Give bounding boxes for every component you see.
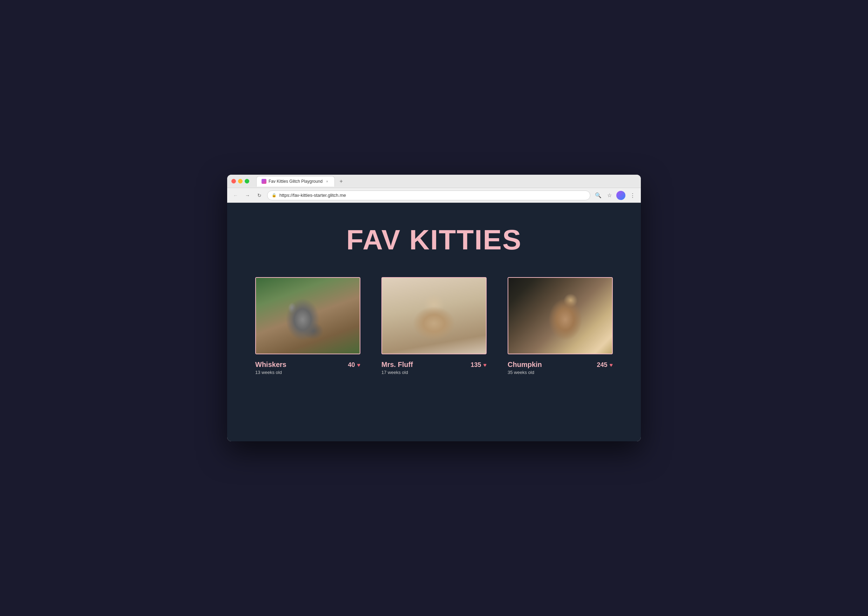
svg-point-6 — [310, 287, 356, 318]
svg-point-8 — [259, 344, 357, 354]
title-bar: Fav Kitties Glitch Playground × + — [227, 175, 641, 188]
svg-point-68 — [550, 319, 572, 332]
kitty-image-chumpkin — [508, 277, 613, 354]
chumpkin-vote-count: 245 — [597, 361, 607, 369]
menu-button[interactable]: ⋮ — [628, 191, 637, 200]
fluff-votes[interactable]: 135 ♥ — [470, 361, 487, 369]
svg-rect-50 — [580, 297, 611, 302]
menu-icon: ⋮ — [630, 192, 635, 198]
svg-line-74 — [565, 325, 578, 325]
svg-rect-47 — [508, 278, 613, 354]
address-bar: ← → ↻ 🔒 https://fav-kitties-starter.glit… — [227, 188, 641, 203]
svg-line-71 — [544, 325, 557, 325]
svg-point-62 — [552, 313, 558, 322]
svg-rect-48 — [578, 285, 613, 348]
forward-icon: → — [245, 193, 250, 198]
maximize-button[interactable] — [245, 179, 249, 184]
svg-marker-19 — [309, 319, 312, 321]
svg-point-41 — [439, 316, 441, 319]
kitty-image-mrs-fluff — [381, 277, 487, 354]
svg-marker-56 — [568, 292, 580, 305]
new-tab-button[interactable]: + — [337, 177, 345, 185]
bookmark-button[interactable]: ☆ — [605, 191, 614, 200]
svg-line-75 — [565, 326, 578, 328]
bookmark-icon: ☆ — [607, 192, 612, 198]
refresh-button[interactable]: ↻ — [255, 191, 264, 200]
chumpkin-name: Chumpkin — [508, 361, 542, 369]
svg-point-63 — [565, 313, 571, 322]
back-button[interactable]: ← — [231, 191, 240, 200]
whiskers-vote-count: 40 — [348, 361, 355, 369]
svg-line-45 — [439, 322, 450, 323]
svg-point-4 — [256, 288, 301, 324]
svg-point-18 — [313, 316, 314, 318]
whiskers-name: Whiskers — [255, 361, 287, 369]
svg-point-39 — [436, 315, 442, 322]
url-text: https://fav-kitties-starter.glitch.me — [279, 193, 346, 198]
svg-point-60 — [550, 311, 559, 323]
svg-line-73 — [565, 324, 578, 324]
svg-marker-58 — [569, 295, 578, 305]
minimize-button[interactable] — [238, 179, 243, 184]
svg-point-5 — [256, 302, 289, 330]
lock-icon: 🔒 — [272, 193, 277, 198]
whiskers-age: 13 weeks old — [255, 370, 287, 375]
svg-point-15 — [306, 315, 310, 320]
svg-point-38 — [427, 315, 434, 322]
svg-point-29 — [410, 316, 459, 354]
chumpkin-heart-icon: ♥ — [609, 362, 613, 368]
kitties-grid: Whiskers 13 weeks old 40 ♥ — [255, 277, 613, 375]
chumpkin-votes[interactable]: 245 ♥ — [597, 361, 613, 369]
svg-point-61 — [563, 311, 573, 323]
svg-marker-36 — [438, 297, 448, 305]
user-avatar[interactable] — [616, 191, 625, 200]
whiskers-votes[interactable]: 40 ♥ — [348, 361, 360, 369]
svg-point-40 — [431, 316, 432, 319]
svg-point-20 — [317, 338, 331, 347]
chumpkin-age: 35 weeks old — [508, 370, 542, 375]
tab-close-button[interactable]: × — [324, 179, 329, 184]
svg-point-23 — [320, 340, 323, 343]
toolbar-right: 🔍 ☆ ⋮ — [594, 191, 637, 200]
close-button[interactable] — [231, 179, 236, 184]
search-icon: 🔍 — [595, 192, 602, 198]
forward-button[interactable]: → — [243, 191, 252, 200]
svg-marker-12 — [313, 301, 322, 309]
svg-point-54 — [542, 300, 580, 336]
svg-rect-52 — [508, 278, 572, 306]
fluff-name: Mrs. Fluff — [381, 361, 413, 369]
svg-marker-35 — [421, 297, 431, 305]
svg-point-67 — [563, 311, 573, 323]
svg-point-59 — [554, 305, 568, 313]
active-tab[interactable]: Fav Kitties Glitch Playground × — [256, 176, 335, 187]
svg-marker-14 — [313, 302, 320, 308]
whiskers-info: Whiskers 13 weeks old 40 ♥ — [255, 361, 360, 375]
svg-rect-2 — [298, 299, 326, 354]
fluff-vote-count: 135 — [470, 361, 481, 369]
svg-point-7 — [326, 301, 360, 325]
svg-marker-13 — [300, 302, 307, 308]
fluff-heart-icon: ♥ — [483, 362, 487, 368]
fluff-image-svg — [382, 278, 487, 354]
svg-rect-24 — [382, 278, 487, 354]
svg-marker-55 — [542, 292, 554, 305]
svg-point-22 — [326, 340, 329, 343]
chumpkin-info: Chumpkin 35 weeks old 245 ♥ — [508, 361, 613, 375]
svg-point-64 — [555, 314, 558, 317]
svg-point-31 — [416, 317, 431, 328]
svg-point-30 — [419, 302, 450, 334]
svg-line-43 — [419, 322, 431, 323]
svg-rect-26 — [382, 341, 487, 354]
url-bar[interactable]: 🔒 https://fav-kitties-starter.glitch.me — [267, 190, 590, 200]
svg-point-28 — [411, 317, 459, 354]
refresh-icon: ↻ — [257, 193, 262, 198]
search-button[interactable]: 🔍 — [594, 191, 602, 200]
svg-marker-42 — [433, 321, 436, 323]
whiskers-image-svg — [256, 278, 360, 354]
browser-window: Fav Kitties Glitch Playground × + ← → ↻ … — [227, 175, 641, 441]
svg-line-72 — [544, 326, 557, 328]
svg-point-32 — [438, 317, 454, 328]
svg-point-10 — [299, 305, 321, 328]
svg-point-66 — [550, 311, 559, 323]
back-icon: ← — [233, 193, 238, 198]
